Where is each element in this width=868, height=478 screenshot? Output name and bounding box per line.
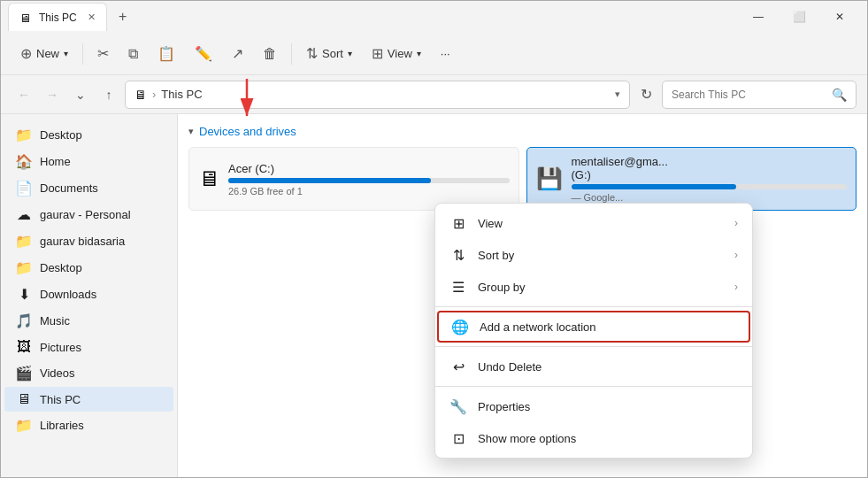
ctx-sep-1 [435,306,752,307]
view-dropdown-icon: ▾ [417,49,421,58]
drive-item-c[interactable]: 🖥 Acer (C:) 26.9 GB free of 1 [188,147,519,211]
toolbar-sep-1 [82,43,83,65]
sidebar-item-libraries[interactable]: 📁 Libraries [4,412,173,438]
forward-button[interactable]: → [40,82,65,107]
drive-g-size: — Google... [572,192,848,203]
sidebar-item-this-pc[interactable]: 🖥 This PC [4,387,173,412]
new-dropdown-icon: ▾ [64,49,68,58]
minimize-button[interactable]: — [738,1,779,33]
ctx-sortby-arrow: › [734,249,738,261]
ctx-view-arrow: › [734,217,738,229]
view-button[interactable]: ⊞ View ▾ [363,38,430,70]
paste-button[interactable]: 📋 [149,38,184,70]
sidebar-item-downloads[interactable]: ⬇ Downloads [4,281,173,307]
sort-button[interactable]: ⇅ Sort ▾ [297,38,361,70]
sidebar-label-videos: Videos [40,366,75,380]
rename-icon: ✏️ [195,45,212,62]
path-text: This PC [161,88,202,101]
toolbar-sep-2 [291,43,292,65]
section-label: Devices and drives [199,125,296,138]
toolbar: ⊕ New ▾ ✂ ⧉ 📋 ✏️ ↗ 🗑 ⇅ Sort ▾ ⊞ View ▾ ·… [1,33,867,75]
sidebar-label-home: Home [40,155,71,168]
cut-icon: ✂ [97,45,109,62]
more-icon: ··· [441,47,450,60]
address-bar: ← → ⌄ ↑ 🖥 › This PC ▾ ↻ 🔍 [1,75,867,114]
ctx-undo-delete[interactable]: ↩ Undo Delete [435,351,752,382]
tab-title: This PC [39,12,77,24]
new-icon: ⊕ [20,45,32,62]
more-button[interactable]: ··· [432,38,459,70]
ctx-view[interactable]: ⊞ View › [435,207,752,239]
new-tab-button[interactable]: + [111,4,135,29]
ctx-sortby-icon: ⇅ [449,246,467,264]
sidebar-item-documents[interactable]: 📄 Documents [4,175,173,201]
ctx-network-label: Add a network location [480,320,736,334]
sidebar-item-gaurav-personal[interactable]: ☁ gaurav - Personal [4,202,173,227]
up-button[interactable]: ↑ [96,82,121,107]
sidebar-item-desktop2[interactable]: 📁 Desktop [4,255,173,281]
ctx-add-network[interactable]: 🌐 Add a network location [437,311,750,343]
sidebar-label-this-pc: This PC [40,393,81,406]
share-button[interactable]: ↗ [223,38,252,70]
refresh-button[interactable]: ↻ [634,82,658,107]
libraries-icon: 📁 [15,417,33,434]
drive-item-g[interactable]: 💾 mentaliser@gma...(G:) — Google... [526,147,857,211]
sidebar-label-desktop2: Desktop [40,261,82,274]
copy-button[interactable]: ⧉ [119,38,147,70]
ctx-group-by[interactable]: ☰ Group by › [435,271,752,303]
ctx-groupby-label: Group by [478,281,724,294]
documents-icon: 📄 [15,180,33,197]
maximize-button[interactable]: ⬜ [779,1,819,33]
address-path[interactable]: 🖥 › This PC ▾ [125,81,630,109]
videos-icon: 🎬 [15,365,33,382]
new-button[interactable]: ⊕ New ▾ [12,38,77,70]
ctx-view-icon: ⊞ [449,214,467,232]
path-dropdown-icon[interactable]: ▾ [615,89,620,100]
search-input[interactable] [672,89,826,101]
title-bar: 🖥 This PC ✕ + — ⬜ ✕ [1,1,867,33]
ctx-sortby-label: Sort by [478,249,724,262]
sidebar-label-music: Music [40,314,70,328]
close-button[interactable]: ✕ [819,1,860,33]
home-icon: 🏠 [15,153,33,170]
rename-button[interactable]: ✏️ [186,38,221,70]
sort-icon: ⇅ [306,45,318,62]
section-header: ▾ Devices and drives [188,125,856,138]
tab-close-button[interactable]: ✕ [88,12,96,23]
copy-icon: ⧉ [128,46,138,62]
sidebar-item-music[interactable]: 🎵 Music [4,308,173,334]
delete-button[interactable]: 🗑 [254,38,286,70]
sidebar-item-videos[interactable]: 🎬 Videos [4,360,173,386]
drive-c-name: Acer (C:) [228,162,510,175]
search-icon: 🔍 [832,88,847,102]
drive-c-size: 26.9 GB free of 1 [228,186,510,197]
ctx-show-more[interactable]: ⊡ Show more options [435,422,752,454]
ctx-sep-2 [435,346,752,347]
sidebar-item-desktop[interactable]: 📁 Desktop [4,122,173,148]
section-toggle-icon[interactable]: ▾ [188,126,194,137]
share-icon: ↗ [232,45,243,62]
ctx-props-label: Properties [478,400,727,413]
ctx-view-label: View [478,217,724,230]
sidebar-label-gaurav-bidasaria: gaurav bidasaria [40,235,125,248]
ctx-undo-label: Undo Delete [478,360,727,374]
sidebar-item-home[interactable]: 🏠 Home [4,149,173,174]
sidebar-item-pictures[interactable]: 🖼 Pictures [4,335,173,359]
back-button[interactable]: ← [12,82,36,107]
sort-dropdown-icon: ▾ [348,49,352,58]
ctx-sort-by[interactable]: ⇅ Sort by › [435,239,752,271]
sidebar-label-gaurav-personal: gaurav - Personal [40,208,131,221]
ctx-groupby-arrow: › [734,281,738,293]
search-box[interactable]: 🔍 [662,81,856,109]
active-tab[interactable]: 🖥 This PC ✕ [8,3,107,31]
sidebar-item-gaurav-bidasaria[interactable]: 📁 gaurav bidasaria [4,228,173,254]
folder-icon-gb: 📁 [15,233,33,250]
cut-button[interactable]: ✂ [88,38,118,70]
sidebar-label-downloads: Downloads [40,288,96,301]
sidebar: 📁 Desktop 🏠 Home 📄 Documents ☁ gaurav - … [1,114,178,477]
expand-button[interactable]: ⌄ [68,82,93,107]
ctx-properties[interactable]: 🔧 Properties [435,390,752,422]
ctx-network-icon: 🌐 [451,318,469,335]
paste-icon: 📋 [157,45,175,62]
sidebar-label-libraries: Libraries [40,419,84,432]
